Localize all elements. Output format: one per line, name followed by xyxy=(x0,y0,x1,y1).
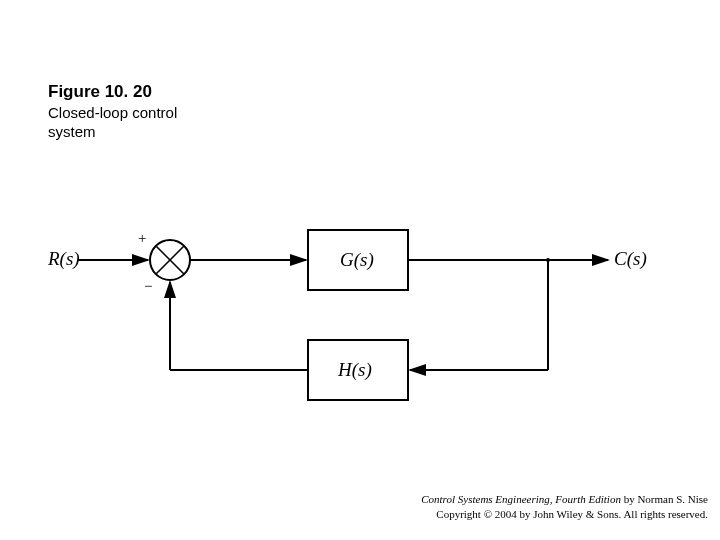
input-label: R(s) xyxy=(48,248,80,270)
figure-caption: Closed-loop control system xyxy=(48,104,177,142)
footer-author: by Norman S. Nise xyxy=(621,493,708,505)
g-block-label: G(s) xyxy=(340,249,374,271)
plus-sign: + xyxy=(138,230,146,247)
block-diagram: R(s) C(s) G(s) H(s) + − xyxy=(48,200,648,420)
figure-number: Figure 10. 20 xyxy=(48,82,152,102)
minus-sign: − xyxy=(144,278,152,295)
footer-copyright: Copyright © 2004 by John Wiley & Sons. A… xyxy=(421,507,708,522)
footer-credit: Control Systems Engineering, Fourth Edit… xyxy=(421,492,708,522)
output-label: C(s) xyxy=(614,248,647,270)
footer-book-title: Control Systems Engineering, Fourth Edit… xyxy=(421,493,621,505)
summing-junction xyxy=(150,240,190,280)
h-block-label: H(s) xyxy=(338,359,372,381)
